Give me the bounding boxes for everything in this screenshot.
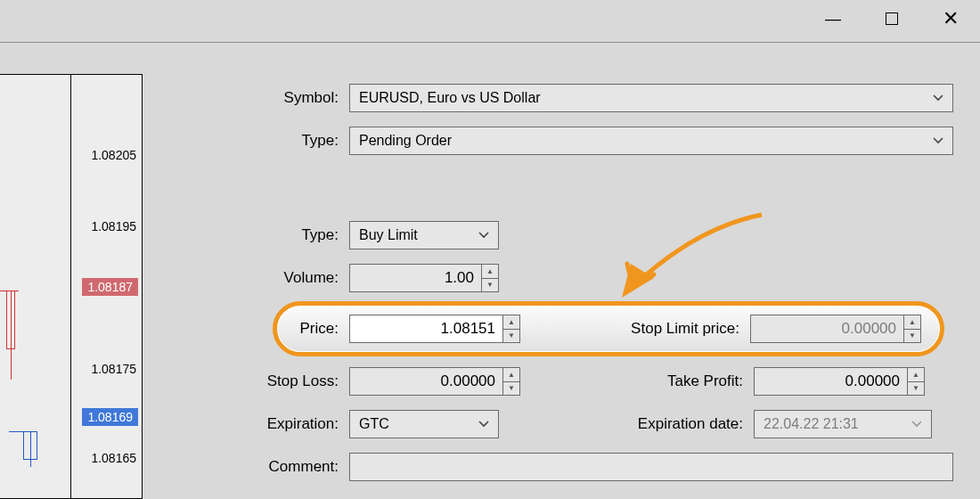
stoploss-label: Stop Loss: bbox=[151, 372, 349, 390]
price-chart: 1.08205 1.08195 1.08187 1.08175 1.08169 … bbox=[0, 74, 143, 499]
spinner-down-icon: ▼ bbox=[904, 330, 920, 343]
window-titlebar: — ✕ bbox=[0, 0, 980, 43]
takeprofit-label: Take Profit: bbox=[520, 372, 754, 390]
axis-tick: 1.08165 bbox=[91, 451, 136, 465]
spinner-up-icon[interactable]: ▲ bbox=[503, 315, 519, 330]
close-icon: ✕ bbox=[943, 7, 959, 30]
comment-input[interactable] bbox=[349, 453, 953, 481]
symbol-value: EURUSD, Euro vs US Dollar bbox=[359, 90, 541, 106]
axis-tick: 1.08205 bbox=[91, 148, 136, 162]
axis-tick: 1.08175 bbox=[91, 362, 136, 376]
symbol-label: Symbol: bbox=[151, 89, 349, 107]
comment-label: Comment: bbox=[151, 458, 349, 476]
chevron-down-icon bbox=[478, 232, 489, 239]
expiration-select[interactable]: GTC bbox=[349, 410, 499, 438]
stoploss-input[interactable] bbox=[349, 367, 502, 396]
chevron-down-icon bbox=[933, 137, 943, 144]
type-value: Pending Order bbox=[359, 133, 452, 149]
chart-y-axis: 1.08205 1.08195 1.08187 1.08175 1.08169 … bbox=[70, 75, 142, 498]
maximize-icon bbox=[886, 12, 898, 25]
volume-input[interactable] bbox=[349, 264, 481, 292]
symbol-select[interactable]: EURUSD, Euro vs US Dollar bbox=[349, 84, 953, 112]
maximize-button[interactable] bbox=[862, 0, 921, 37]
takeprofit-input[interactable] bbox=[754, 367, 907, 396]
minimize-icon: — bbox=[825, 10, 841, 29]
axis-tick: 1.08195 bbox=[91, 219, 136, 233]
close-button[interactable]: ✕ bbox=[921, 0, 980, 37]
type-label: Type: bbox=[151, 132, 349, 150]
bid-price: 1.08169 bbox=[82, 408, 138, 426]
ask-price: 1.08187 bbox=[82, 278, 138, 296]
spinner-down-icon[interactable]: ▼ bbox=[908, 382, 924, 396]
spinner-down-icon[interactable]: ▼ bbox=[482, 279, 498, 292]
volume-label: Volume: bbox=[151, 269, 349, 287]
spinner-up-icon: ▲ bbox=[904, 315, 920, 330]
volume-spinner[interactable]: ▲▼ bbox=[349, 264, 499, 292]
expdate-value: 22.04.22 21:31 bbox=[764, 416, 859, 432]
chevron-down-icon bbox=[478, 421, 489, 428]
price-label: Price: bbox=[289, 320, 349, 338]
type-select[interactable]: Pending Order bbox=[349, 127, 953, 155]
minimize-button[interactable]: — bbox=[804, 0, 862, 37]
expiration-label: Expiration: bbox=[151, 415, 349, 433]
expiration-value: GTC bbox=[359, 416, 389, 432]
price-spinner[interactable]: ▲▼ bbox=[349, 315, 520, 343]
chevron-down-icon bbox=[933, 94, 943, 102]
stoplimit-spinner: ▲▼ bbox=[750, 315, 921, 343]
ordertype-select[interactable]: Buy Limit bbox=[349, 221, 499, 250]
spinner-up-icon[interactable]: ▲ bbox=[503, 368, 519, 382]
price-input[interactable] bbox=[349, 315, 502, 343]
spinner-up-icon[interactable]: ▲ bbox=[482, 265, 498, 279]
expdate-select: 22.04.22 21:31 bbox=[754, 410, 932, 438]
stoplimit-input bbox=[750, 315, 903, 343]
spinner-down-icon[interactable]: ▼ bbox=[503, 382, 519, 396]
ordertype-label: Type: bbox=[151, 226, 349, 244]
spinner-down-icon[interactable]: ▼ bbox=[503, 330, 519, 343]
expdate-label: Expiration date: bbox=[499, 415, 754, 433]
chevron-down-icon bbox=[911, 421, 922, 428]
takeprofit-spinner[interactable]: ▲▼ bbox=[754, 367, 925, 396]
ordertype-value: Buy Limit bbox=[359, 227, 418, 243]
stoploss-spinner[interactable]: ▲▼ bbox=[349, 367, 520, 396]
spinner-up-icon[interactable]: ▲ bbox=[908, 368, 924, 382]
stoplimit-label: Stop Limit price: bbox=[588, 320, 750, 338]
